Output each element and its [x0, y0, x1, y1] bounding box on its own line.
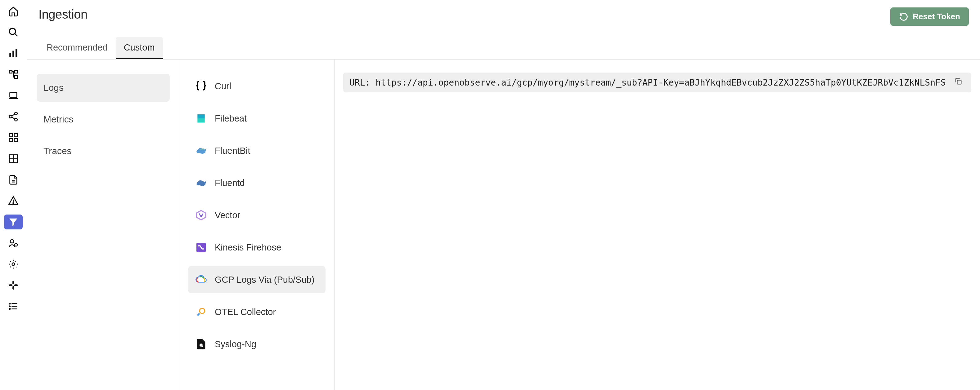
- svg-rect-8: [10, 92, 17, 97]
- file-icon[interactable]: [4, 172, 23, 187]
- svg-point-25: [10, 239, 14, 243]
- detail-column: URL: https://api.openobserve.ai/gcp/myor…: [334, 60, 980, 390]
- fluentbit-icon: [194, 144, 208, 157]
- tabs: Recommended Custom: [27, 26, 980, 59]
- source-label: Filebeat: [215, 114, 247, 124]
- nav-sidebar: [0, 0, 27, 390]
- svg-point-0: [9, 28, 16, 35]
- svg-line-12: [12, 114, 15, 116]
- svg-rect-3: [13, 51, 14, 57]
- svg-point-26: [14, 243, 18, 246]
- otel-icon: [194, 305, 208, 319]
- kinesis-icon: [194, 241, 208, 254]
- svg-marker-40: [196, 211, 206, 220]
- gcp-icon: [194, 273, 208, 287]
- reset-icon: [899, 12, 908, 21]
- svg-rect-31: [14, 284, 18, 286]
- source-label: FluentBit: [215, 146, 250, 156]
- svg-line-1: [14, 33, 18, 36]
- braces-icon: [194, 79, 208, 93]
- svg-point-24: [13, 203, 14, 204]
- user-cog-icon[interactable]: [4, 236, 23, 250]
- svg-rect-29: [13, 286, 14, 290]
- share-icon[interactable]: [4, 109, 23, 124]
- source-otel[interactable]: OTEL Collector: [188, 298, 326, 325]
- svg-rect-38: [197, 114, 205, 119]
- source-fluentbit[interactable]: FluentBit: [188, 137, 326, 164]
- svg-rect-2: [9, 53, 11, 57]
- reset-token-button[interactable]: Reset Token: [890, 8, 969, 26]
- svg-point-11: [14, 119, 18, 121]
- source-label: Vector: [215, 210, 240, 220]
- source-fluentd[interactable]: Fluentd: [188, 169, 326, 197]
- dashboard-icon[interactable]: [4, 130, 23, 145]
- svg-point-10: [9, 115, 12, 118]
- reset-token-label: Reset Token: [913, 12, 960, 21]
- source-gcp-pubsub[interactable]: GCP Logs Via (Pub/Sub): [188, 266, 326, 293]
- category-logs[interactable]: Logs: [37, 74, 170, 102]
- source-label: GCP Logs Via (Pub/Sub): [215, 275, 314, 285]
- url-box: URL: https://api.openobserve.ai/gcp/myor…: [343, 73, 971, 92]
- page-title: Ingestion: [38, 8, 88, 21]
- svg-rect-16: [9, 139, 13, 142]
- grid-icon[interactable]: [4, 151, 23, 166]
- copy-icon[interactable]: [954, 77, 965, 88]
- url-text: URL: https://api.openobserve.ai/gcp/myor…: [349, 78, 948, 88]
- home-icon[interactable]: [4, 4, 23, 19]
- bar-chart-icon[interactable]: [4, 46, 23, 61]
- funnel-icon[interactable]: [4, 214, 23, 230]
- svg-rect-5: [9, 70, 12, 73]
- svg-rect-7: [14, 76, 18, 78]
- svg-rect-45: [957, 80, 961, 84]
- tab-custom[interactable]: Custom: [116, 37, 163, 59]
- vector-icon: [194, 208, 208, 222]
- source-syslog-ng[interactable]: Syslog-Ng: [188, 330, 326, 358]
- svg-point-35: [9, 303, 10, 304]
- svg-point-9: [14, 112, 18, 115]
- source-label: OTEL Collector: [215, 307, 276, 317]
- svg-point-27: [12, 263, 15, 266]
- list-icon[interactable]: [4, 299, 23, 314]
- category-column: Logs Metrics Traces: [27, 60, 179, 390]
- source-label: Fluentd: [215, 178, 245, 188]
- tab-recommended[interactable]: Recommended: [38, 37, 116, 59]
- svg-rect-14: [9, 134, 13, 137]
- svg-rect-4: [16, 49, 18, 57]
- flow-icon[interactable]: [4, 67, 23, 82]
- svg-rect-15: [14, 134, 18, 137]
- source-curl[interactable]: Curl: [188, 73, 326, 100]
- source-label: Syslog-Ng: [215, 339, 256, 349]
- svg-rect-30: [9, 284, 13, 286]
- search-icon[interactable]: [4, 25, 23, 40]
- slack-icon[interactable]: [4, 278, 23, 293]
- svg-rect-17: [14, 139, 18, 142]
- alert-icon[interactable]: [4, 193, 23, 208]
- source-label: Curl: [215, 81, 231, 92]
- source-column: Curl Filebeat FluentBit: [179, 60, 334, 390]
- source-filebeat[interactable]: Filebeat: [188, 105, 326, 132]
- svg-rect-28: [13, 281, 14, 284]
- svg-rect-6: [14, 70, 18, 73]
- svg-point-36: [9, 306, 10, 307]
- svg-point-37: [9, 309, 10, 309]
- source-vector[interactable]: Vector: [188, 201, 326, 229]
- svg-line-13: [12, 117, 15, 119]
- source-kinesis[interactable]: Kinesis Firehose: [188, 234, 326, 261]
- gear-icon[interactable]: [4, 257, 23, 271]
- svg-rect-39: [197, 119, 205, 122]
- svg-point-42: [199, 308, 205, 314]
- main-content: Ingestion Reset Token Recommended Custom…: [27, 0, 980, 390]
- laptop-icon[interactable]: [4, 88, 23, 103]
- category-metrics[interactable]: Metrics: [37, 105, 170, 133]
- fluentd-icon: [194, 176, 208, 190]
- category-traces[interactable]: Traces: [37, 137, 170, 165]
- source-label: Kinesis Firehose: [215, 243, 281, 253]
- filebeat-icon: [194, 112, 208, 125]
- syslog-icon: [194, 337, 208, 351]
